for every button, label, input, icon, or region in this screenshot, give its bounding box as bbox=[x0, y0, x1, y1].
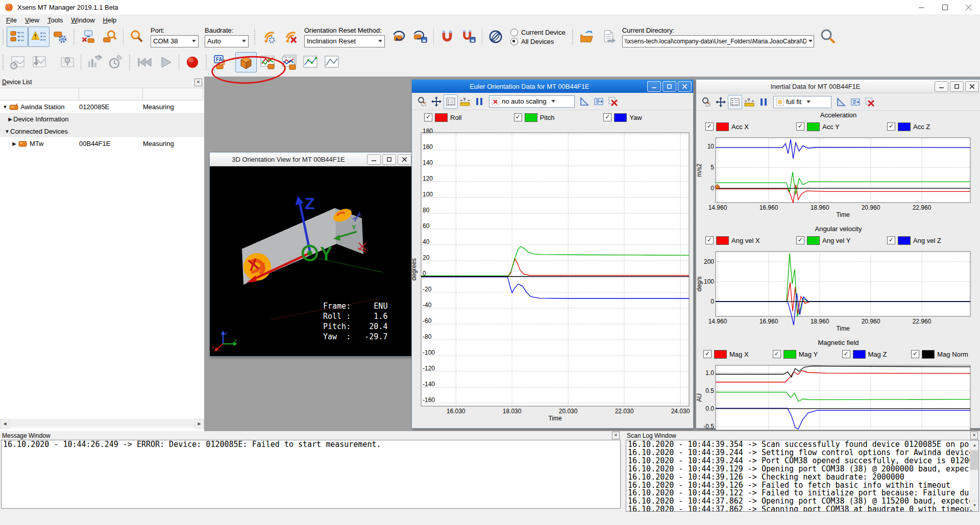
legend-toggle-button[interactable] bbox=[444, 94, 458, 109]
pause-plot-button[interactable] bbox=[472, 94, 486, 109]
expander-icon[interactable]: ▶ bbox=[7, 116, 13, 122]
scatter-view-button[interactable] bbox=[300, 52, 321, 72]
message-log[interactable]: 16.10.2020 - 10:44:26.249 -> ERROR: Devi… bbox=[1, 440, 621, 509]
legend-checkbox[interactable]: ✓ bbox=[514, 113, 522, 121]
legend-checkbox[interactable]: ✓ bbox=[424, 113, 432, 121]
scan-ports-button[interactable] bbox=[99, 27, 120, 47]
axis-settings-button[interactable] bbox=[848, 95, 863, 109]
menu-file[interactable]: File bbox=[2, 15, 21, 25]
measure-tool-button[interactable]: ? bbox=[742, 95, 756, 109]
scroll-right-icon[interactable]: ▶ bbox=[194, 419, 204, 429]
find-device-button[interactable] bbox=[126, 27, 148, 47]
orientation-reset-combo[interactable]: Inclination Reset bbox=[304, 35, 385, 47]
toolbar-grip[interactable] bbox=[2, 29, 5, 45]
orientation-reset-button[interactable] bbox=[388, 27, 409, 47]
toolbar-grip[interactable] bbox=[572, 29, 574, 45]
record-button[interactable] bbox=[182, 52, 203, 72]
radio-all-devices[interactable]: All Devices bbox=[510, 37, 566, 46]
legend-checkbox[interactable]: ✓ bbox=[911, 350, 919, 358]
toolbar-grip[interactable] bbox=[129, 54, 131, 70]
triangle-scale-button[interactable] bbox=[834, 95, 848, 109]
scroll-up-icon[interactable]: ▲ bbox=[970, 440, 979, 450]
pan-tool-button[interactable] bbox=[429, 94, 444, 109]
maximize-button[interactable] bbox=[663, 81, 676, 92]
toolbar-grip[interactable] bbox=[73, 29, 76, 45]
pause-plot-button[interactable] bbox=[756, 95, 771, 109]
device-list-button[interactable] bbox=[7, 27, 28, 47]
legend-checkbox[interactable]: ✓ bbox=[705, 236, 714, 244]
zoom-tool-button[interactable] bbox=[415, 94, 429, 109]
legend-checkbox[interactable]: ✓ bbox=[887, 122, 895, 131]
baudrate-combo[interactable]: Auto bbox=[205, 35, 249, 47]
stacked-graph-view-button[interactable] bbox=[278, 52, 300, 72]
port-combo[interactable]: COM 38 bbox=[151, 35, 199, 47]
clear-plot-button[interactable] bbox=[863, 95, 877, 109]
zoom-tool-button[interactable] bbox=[699, 95, 714, 109]
stats-view-button-disabled[interactable] bbox=[84, 52, 105, 72]
legend-checkbox[interactable]: ✓ bbox=[773, 350, 781, 358]
export-file-button[interactable] bbox=[598, 27, 619, 47]
device-settings-button[interactable] bbox=[50, 27, 71, 47]
legend-toggle-button[interactable] bbox=[728, 95, 742, 109]
wireless-config-button[interactable] bbox=[258, 27, 280, 47]
expander-icon[interactable]: ▶ bbox=[11, 141, 17, 146]
disconnect-button[interactable] bbox=[78, 27, 99, 47]
notification-list-button[interactable] bbox=[28, 27, 50, 47]
preview-search-button[interactable] bbox=[817, 27, 839, 47]
angular-velocity-chart[interactable]: 14.96016.96018.96020.96022.9602001000Tim… bbox=[696, 247, 980, 338]
rewind-button[interactable] bbox=[133, 52, 155, 72]
heading-reset-button[interactable] bbox=[485, 27, 506, 47]
acceleration-chart[interactable]: 14.96016.96018.96020.96022.9601050Timem/… bbox=[696, 134, 980, 224]
minimize-button[interactable] bbox=[367, 154, 381, 165]
expander-icon[interactable]: ▼ bbox=[2, 104, 8, 110]
magnetic-calibration-button[interactable] bbox=[436, 27, 458, 47]
close-button[interactable] bbox=[957, 0, 980, 14]
scroll-down-icon[interactable]: ▼ bbox=[970, 501, 979, 510]
3d-window-titlebar[interactable]: 3D Orientation View for MT 00B44F1E bbox=[210, 153, 413, 166]
device-row-mtw[interactable]: ▶ MTw 00B44F1E Measuring bbox=[0, 137, 204, 149]
message-window-close-button[interactable]: ✕ bbox=[612, 432, 620, 439]
toolbar-grip[interactable] bbox=[2, 54, 5, 70]
menu-tools[interactable]: Tools bbox=[43, 15, 67, 25]
scan-log-close-button[interactable]: ✕ bbox=[970, 432, 978, 439]
clock-view-button-disabled[interactable] bbox=[105, 52, 127, 72]
menu-window[interactable]: Window bbox=[67, 15, 99, 25]
line-view-button[interactable] bbox=[321, 52, 342, 72]
scan-log-vscrollbar[interactable]: ▲ ▼ bbox=[970, 440, 978, 510]
current-directory-input[interactable]: \\xsens-tech.local\company-data\User_Fol… bbox=[622, 35, 814, 47]
3d-view-button[interactable] bbox=[235, 52, 257, 72]
map-view-button-disabled[interactable] bbox=[57, 52, 78, 72]
close-button[interactable] bbox=[398, 154, 411, 165]
pan-tool-button[interactable] bbox=[714, 95, 728, 109]
scroll-thumb[interactable] bbox=[970, 451, 978, 470]
minimize-button[interactable] bbox=[910, 0, 933, 14]
device-list-close-button[interactable]: ✕ bbox=[194, 79, 202, 86]
scaling-combo[interactable]: no auto scaling bbox=[489, 95, 575, 108]
close-button[interactable] bbox=[965, 81, 979, 92]
wireless-disconnect-button[interactable] bbox=[280, 27, 301, 47]
measure-tool-button[interactable]: ? bbox=[458, 94, 472, 109]
magnetic-calibration-save-button[interactable] bbox=[458, 27, 479, 47]
clear-plot-button[interactable] bbox=[606, 94, 620, 109]
device-row-awinda[interactable]: ▼ Awinda Station 0120085E Measuring bbox=[0, 101, 204, 113]
euler-titlebar[interactable]: Euler Orientation Data for MT 00B44F1E bbox=[412, 80, 693, 93]
scroll-left-icon[interactable]: ◀ bbox=[0, 419, 10, 429]
orientation-reset-save-button[interactable] bbox=[409, 27, 431, 47]
legend-checkbox[interactable]: ✓ bbox=[887, 236, 895, 244]
radio-current-device[interactable]: Current Device bbox=[510, 28, 566, 37]
menu-help[interactable]: Help bbox=[99, 15, 121, 25]
device-row-connected[interactable]: ▼ Connected Devices bbox=[0, 125, 204, 137]
device-row-information[interactable]: ▶ Device Information bbox=[0, 113, 204, 125]
download-chart-button-disabled[interactable] bbox=[28, 52, 50, 72]
magnetic-field-chart[interactable]: 14.96016.96018.96020.96022.9601.00.50.0-… bbox=[696, 361, 980, 431]
menu-view[interactable]: View bbox=[21, 15, 43, 25]
close-button[interactable] bbox=[678, 81, 692, 92]
device-table-header[interactable] bbox=[0, 88, 204, 101]
legend-checkbox[interactable]: ✓ bbox=[796, 236, 804, 244]
field-application-button[interactable]: FA bbox=[210, 52, 231, 72]
legend-checkbox[interactable]: ✓ bbox=[796, 122, 804, 131]
axis-settings-button[interactable] bbox=[592, 94, 606, 109]
minimize-button[interactable] bbox=[647, 81, 661, 92]
maximize-button[interactable] bbox=[950, 81, 964, 92]
legend-checkbox[interactable]: ✓ bbox=[703, 350, 712, 358]
